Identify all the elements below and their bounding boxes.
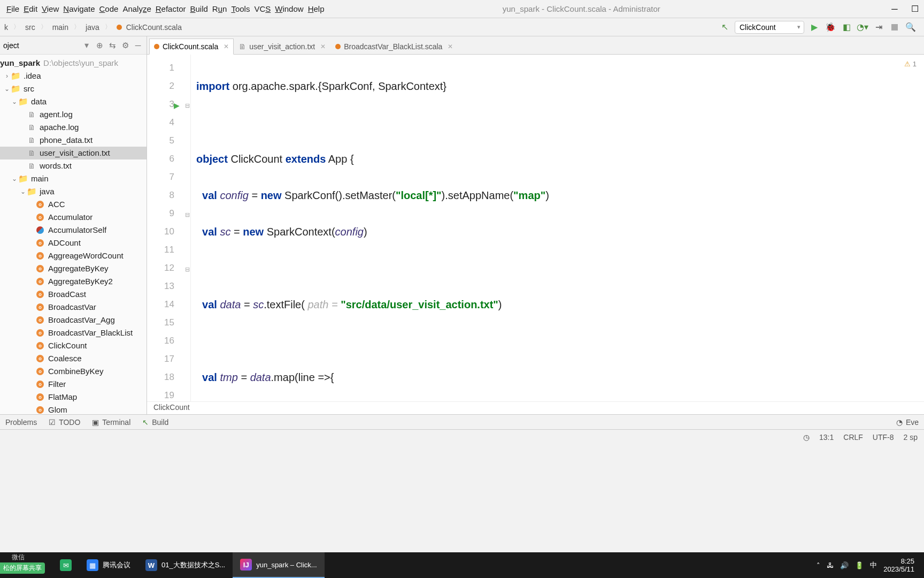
menu-code[interactable]: Code	[97, 2, 121, 16]
search-everywhere-button[interactable]: 🔍	[904, 20, 918, 34]
menu-view[interactable]: View	[40, 2, 61, 16]
menu-run[interactable]: Run	[210, 2, 229, 16]
tree-file[interactable]: oAggregateByKey2	[0, 275, 147, 288]
attach-button[interactable]: ⇥	[872, 20, 886, 34]
menu-file[interactable]: File	[4, 2, 21, 16]
wechat-overlay[interactable]: 微信	[12, 553, 25, 562]
run-config-select[interactable]: ClickCount	[735, 21, 804, 34]
tree-file[interactable]: oBroadcastVar_Agg	[0, 314, 147, 326]
tree-file[interactable]: oCombineByKey	[0, 365, 147, 378]
expand-all-icon[interactable]: ⇆	[107, 41, 118, 50]
tree-file[interactable]: oFlatMap	[0, 391, 147, 404]
debug-button[interactable]: 🐞	[823, 20, 837, 34]
fold-icon[interactable]: ⊟	[185, 96, 190, 115]
tree-file[interactable]: AccumulatorSelf	[0, 224, 147, 237]
coverage-button[interactable]: ◧	[840, 20, 853, 34]
menu-navigate[interactable]: Navigate	[61, 2, 97, 16]
bc-root[interactable]: k	[2, 22, 10, 33]
code-area[interactable]: ⚠1 1 2 3 ▶ ⊟ 4 5 6 7 8 9 ⊟ 10 11 12 ⊟ 13…	[147, 55, 924, 401]
tree-file[interactable]: oAggregateByKey	[0, 262, 147, 275]
tab-todo[interactable]: ☑TODO	[49, 418, 80, 427]
tab-eventlog[interactable]: ◔Eve	[896, 418, 919, 427]
tree-file[interactable]: 🗎agent.log	[0, 108, 147, 121]
project-tree[interactable]: yun_spark D:\objects\yun_spark ›📁.idea ⌄…	[0, 55, 147, 414]
fold-icon[interactable]: ⊟	[185, 206, 190, 224]
tab-build[interactable]: ↖Build	[142, 418, 168, 427]
menu-refactor[interactable]: Refactor	[153, 2, 188, 16]
tree-file[interactable]: 🗎words.txt	[0, 159, 147, 172]
project-header-title[interactable]: oject	[3, 41, 84, 50]
tab-terminal[interactable]: ▣Terminal	[92, 418, 130, 427]
select-opened-file-icon[interactable]: ⊕	[94, 41, 105, 50]
tab-clickcount[interactable]: ClickCount.scala ✕	[149, 39, 234, 55]
tray-battery-icon[interactable]: 🔋	[855, 561, 864, 569]
tree-file[interactable]: oBroadcastVar	[0, 301, 147, 314]
tab-user-visit[interactable]: 🗎 user_visit_action.txt ✕	[234, 39, 330, 55]
close-tab-icon[interactable]: ✕	[320, 43, 326, 50]
maximize-button[interactable]: ☐	[910, 4, 920, 14]
bc-main[interactable]: main	[50, 22, 71, 33]
run-gutter-icon[interactable]: ▶	[174, 96, 180, 115]
tree-file[interactable]: 🗎phone_data.txt	[0, 134, 147, 147]
tray-volume-icon[interactable]: 🔊	[840, 561, 849, 569]
code-editor[interactable]: import org.apache.spark.{SparkConf, Spar…	[191, 55, 924, 401]
collapse-icon[interactable]: ─	[133, 41, 143, 50]
run-button[interactable]: ▶	[807, 20, 821, 34]
tree-file[interactable]: oCoalesce	[0, 352, 147, 365]
bc-src[interactable]: src	[23, 22, 37, 33]
tree-folder-java[interactable]: ⌄📁java	[0, 185, 147, 198]
menu-analyze[interactable]: Analyze	[120, 2, 153, 16]
tree-file[interactable]: oAccumulator	[0, 211, 147, 224]
status-caret-position[interactable]: 13:1	[819, 433, 834, 442]
taskbar-item-wechat[interactable]: ✉	[52, 552, 79, 578]
tree-file[interactable]: oFilter	[0, 378, 147, 391]
tree-file[interactable]: oBroadcastVar_BlackList	[0, 326, 147, 339]
dropdown-icon[interactable]: ▾	[84, 40, 89, 50]
status-encoding[interactable]: UTF-8	[873, 433, 894, 442]
status-indent[interactable]: 2 sp	[904, 433, 918, 442]
tab-broadcast[interactable]: BroadcastVar_BlackList.scala ✕	[330, 39, 458, 55]
tray-network-icon[interactable]: 🖧	[827, 561, 834, 569]
tray-ime-icon[interactable]: 中	[870, 560, 877, 570]
tray-chevron-icon[interactable]: ˄	[817, 561, 820, 569]
tree-file[interactable]: oClickCount	[0, 339, 147, 352]
menu-window[interactable]: Window	[273, 2, 305, 16]
bc-java[interactable]: java	[83, 22, 102, 33]
taskbar-item-word[interactable]: W 01_大数据技术之S...	[138, 552, 233, 578]
tree-file[interactable]: oGlom	[0, 404, 147, 414]
tree-root[interactable]: yun_spark D:\objects\yun_spark	[0, 57, 147, 70]
stop-button[interactable]	[888, 20, 902, 34]
system-tray[interactable]: ˄ 🖧 🔊 🔋 中 8:25 2023/5/11	[817, 557, 920, 573]
tree-file[interactable]: oACC	[0, 198, 147, 211]
tree-file[interactable]: 🗎apache.log	[0, 121, 147, 134]
build-hammer-icon[interactable]: ↖	[718, 20, 732, 34]
gutter[interactable]: 1 2 3 ▶ ⊟ 4 5 6 7 8 9 ⊟ 10 11 12 ⊟ 13 14…	[147, 55, 191, 401]
tree-folder-data[interactable]: ⌄📁data	[0, 95, 147, 108]
tree-file[interactable]: oBroadCast	[0, 288, 147, 301]
tree-folder-main[interactable]: ⌄📁main	[0, 172, 147, 185]
tree-folder-idea[interactable]: ›📁.idea	[0, 70, 147, 82]
menu-tools[interactable]: Tools	[229, 2, 252, 16]
tree-file-selected[interactable]: 🗎user_visit_action.txt	[0, 147, 147, 159]
close-tab-icon[interactable]: ✕	[448, 43, 453, 50]
status-line-separator[interactable]: CRLF	[843, 433, 863, 442]
taskbar-item-idea[interactable]: IJ yun_spark – Click...	[233, 552, 324, 578]
menu-help[interactable]: Help	[306, 2, 327, 16]
settings-icon[interactable]: ⚙	[120, 41, 130, 50]
menu-build[interactable]: Build	[188, 2, 210, 16]
tree-folder-src[interactable]: ⌄📁src	[0, 82, 147, 95]
fold-icon[interactable]: ⊟	[185, 260, 190, 278]
profile-button[interactable]: ◔▾	[856, 20, 869, 34]
tree-file[interactable]: oAggreageWordCount	[0, 249, 147, 262]
screen-share-badge[interactable]: 松的屏幕共享	[0, 562, 45, 574]
tree-file[interactable]: oADCount	[0, 237, 147, 249]
taskbar-item-tencent[interactable]: ▦ 腾讯会议	[79, 552, 138, 578]
close-tab-icon[interactable]: ✕	[224, 43, 229, 50]
tray-clock[interactable]: 8:25 2023/5/11	[883, 557, 914, 573]
status-progress-icon[interactable]: ◷	[803, 433, 810, 442]
structure-breadcrumb[interactable]: ClickCount	[147, 401, 924, 414]
menu-edit[interactable]: Edit	[21, 2, 40, 16]
bc-file[interactable]: ClickCount.scala	[114, 21, 186, 34]
tab-problems[interactable]: Problems	[5, 418, 37, 427]
minimize-button[interactable]: ─	[890, 4, 899, 14]
